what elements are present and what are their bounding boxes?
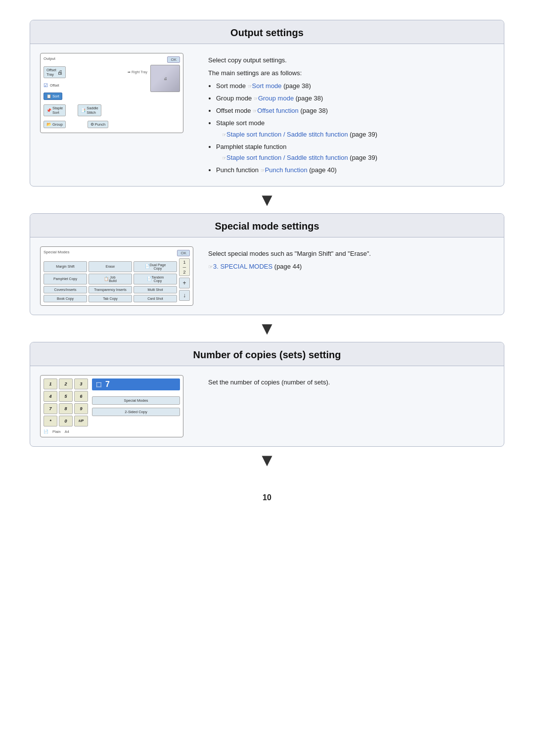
key-5[interactable]: 5 bbox=[59, 391, 73, 402]
spm-minus-btn[interactable]: ↓ bbox=[179, 290, 190, 301]
numpad: 1 2 3 4 5 6 7 8 9 * 0 #/ bbox=[44, 378, 88, 434]
key-hash-p[interactable]: #/P bbox=[74, 416, 88, 426]
num-paper-info: 📄 Plain A4 bbox=[44, 429, 88, 434]
num-copies-desc-text: Set the number of copies (number of sets… bbox=[208, 377, 494, 388]
link-sort-mode[interactable]: Sort mode bbox=[252, 82, 282, 90]
spm-tab-copy[interactable]: Tab Copy bbox=[89, 295, 132, 302]
output-row-group: 📂 Group ⚙ Punch bbox=[44, 121, 147, 128]
printer-image: 🖨 bbox=[150, 65, 180, 92]
spm-multi-shot[interactable]: Multi Shot bbox=[134, 286, 177, 293]
spm-ok-button[interactable]: OK bbox=[177, 250, 190, 256]
key-9[interactable]: 9 bbox=[74, 403, 88, 414]
output-screen-area: Output OK OffsetTray 🖨 ➡ Right Tray bbox=[40, 53, 193, 177]
output-row-offset-tray: OffsetTray 🖨 ➡ Right Tray bbox=[44, 66, 147, 78]
key-0[interactable]: 0 bbox=[59, 416, 73, 426]
key-star[interactable]: * bbox=[44, 416, 57, 426]
spm-desc-page: (page 44) bbox=[274, 263, 302, 270]
page-number: 10 bbox=[263, 493, 271, 502]
spm-transparency-inserts[interactable]: Transparency Inserts bbox=[89, 286, 132, 293]
num-copies-description: Set the number of copies (number of sets… bbox=[208, 375, 494, 437]
key-4[interactable]: 4 bbox=[44, 391, 57, 402]
special-mode-description: Select special modes such as "Margin Shi… bbox=[208, 246, 494, 306]
output-row-staple: 📌 StapleSort 📑 SaddleStitch bbox=[44, 104, 147, 116]
output-bullets: Sort mode ☞Sort mode (page 38) Group mod… bbox=[216, 81, 494, 176]
key-8[interactable]: 8 bbox=[59, 403, 73, 414]
spm-dual-page-copy[interactable]: 📄 Dual PageCopy bbox=[134, 261, 177, 272]
special-mode-section: Special mode settings Special Modes OK M… bbox=[30, 213, 504, 315]
output-desc-intro1: Select copy output settings. bbox=[208, 55, 494, 66]
special-mode-title: Special mode settings bbox=[30, 214, 504, 237]
spm-tandem-copy[interactable]: 📄 TandemCopy bbox=[134, 274, 177, 284]
output-desc-intro2: The main settings are as follows: bbox=[208, 68, 494, 79]
numpad-grid: 1 2 3 4 5 6 7 8 9 * 0 #/ bbox=[44, 378, 88, 426]
bullet-punch: Punch function ☞Punch function (page 40) bbox=[216, 165, 494, 176]
staple-sort-btn[interactable]: 📌 StapleSort bbox=[44, 104, 66, 116]
paper-type: Plain bbox=[52, 429, 61, 434]
output-row-sort: 📋 Sort bbox=[44, 93, 147, 100]
sort-btn[interactable]: 📋 Sort bbox=[44, 93, 62, 100]
spm-label: Special Modes bbox=[44, 250, 69, 256]
num-copies-body: 1 2 3 4 5 6 7 8 9 * 0 #/ bbox=[30, 366, 504, 446]
num-copies-title: Number of copies (sets) setting bbox=[30, 342, 504, 366]
bullet-group: Group mode ☞Group mode (page 38) bbox=[216, 93, 494, 104]
spm-erase[interactable]: Erase bbox=[89, 261, 132, 272]
output-settings-body: Output OK OffsetTray 🖨 ➡ Right Tray bbox=[30, 44, 504, 186]
output-mockup: Output OK OffsetTray 🖨 ➡ Right Tray bbox=[40, 53, 183, 133]
spm-book-copy[interactable]: Book Copy bbox=[44, 295, 87, 302]
group-btn[interactable]: 📂 Group bbox=[44, 121, 66, 128]
link-punch-function[interactable]: Punch function bbox=[265, 166, 308, 174]
punch-btn[interactable]: ⚙ Punch bbox=[88, 121, 108, 128]
output-ok-button[interactable]: OK bbox=[167, 56, 180, 63]
offset-check: ☑ bbox=[44, 83, 48, 88]
bullet-staple-sort: Staple sort mode ☞Staple sort function /… bbox=[216, 118, 494, 140]
offset-tray-btn[interactable]: OffsetTray 🖨 bbox=[44, 66, 66, 78]
arrow-2: ▼ bbox=[258, 315, 276, 342]
bullet-sort: Sort mode ☞Sort mode (page 38) bbox=[216, 81, 494, 92]
paper-size: A4 bbox=[65, 429, 69, 434]
output-topbar: Output OK bbox=[44, 56, 180, 63]
special-mode-screen-area: Special Modes OK Margin Shift Erase 📄 Du… bbox=[40, 246, 193, 306]
key-6[interactable]: 6 bbox=[74, 391, 88, 402]
spm-pamphlet-copy[interactable]: Pamphlet Copy bbox=[44, 274, 87, 284]
link-special-modes[interactable]: 3. SPECIAL MODES bbox=[213, 263, 272, 270]
arrow-1: ▼ bbox=[258, 187, 276, 213]
spm-card-shot[interactable]: Card Shot bbox=[134, 295, 177, 302]
link-group-mode[interactable]: Group mode bbox=[258, 94, 294, 102]
num-copies-mockup: 1 2 3 4 5 6 7 8 9 * 0 #/ bbox=[40, 375, 183, 437]
arrow-3: ▼ bbox=[258, 447, 276, 473]
page-container: Output settings Output OK OffsetTray bbox=[30, 20, 504, 502]
special-mode-mockup: Special Modes OK Margin Shift Erase 📄 Du… bbox=[40, 246, 193, 306]
spm-desc-intro: Select special modes such as "Margin Shi… bbox=[208, 248, 494, 259]
spm-desc-link-row: ☞3. SPECIAL MODES (page 44) bbox=[208, 261, 494, 272]
spm-plus-btn[interactable]: + bbox=[179, 278, 190, 288]
copy-count-value: 7 bbox=[105, 380, 110, 389]
num-copies-section: Number of copies (sets) setting 1 2 3 4 bbox=[30, 342, 504, 447]
special-modes-side-btn[interactable]: Special Modes bbox=[92, 396, 180, 405]
spm-fraction-display: 1─2 bbox=[179, 258, 190, 276]
two-sided-copy-btn[interactable]: 2-Sided Copy bbox=[92, 408, 180, 416]
output-settings-title: Output settings bbox=[30, 20, 504, 44]
link-offset-function[interactable]: Offset function bbox=[257, 107, 299, 114]
link-staple-sort-1[interactable]: Staple sort function / Saddle stitch fun… bbox=[226, 131, 348, 138]
output-label: Output bbox=[44, 56, 55, 63]
output-row-offset: ☑ Offset bbox=[44, 83, 147, 88]
link-staple-sort-2[interactable]: Staple sort function / Saddle stitch fun… bbox=[226, 154, 348, 161]
key-1[interactable]: 1 bbox=[44, 378, 57, 389]
saddle-stitch-btn[interactable]: 📑 SaddleStitch bbox=[78, 104, 101, 116]
special-mode-body: Special Modes OK Margin Shift Erase 📄 Du… bbox=[30, 237, 504, 315]
spm-covers-inserts[interactable]: Covers/Inserts bbox=[44, 286, 87, 293]
bullet-pamphlet: Pamphlet staple function ☞Staple sort fu… bbox=[216, 142, 494, 163]
spm-buttons-grid: Margin Shift Erase 📄 Dual PageCopy Pamph… bbox=[44, 261, 177, 302]
spm-job-build[interactable]: 📋 JobBuild bbox=[89, 274, 132, 284]
spm-topbar: Special Modes OK bbox=[44, 250, 190, 256]
key-3[interactable]: 3 bbox=[74, 378, 88, 389]
spm-margin-shift[interactable]: Margin Shift bbox=[44, 261, 87, 272]
num-copies-screen-area: 1 2 3 4 5 6 7 8 9 * 0 #/ bbox=[40, 375, 193, 437]
key-2[interactable]: 2 bbox=[59, 378, 73, 389]
key-7[interactable]: 7 bbox=[44, 403, 57, 414]
bullet-offset: Offset mode ☞Offset function (page 38) bbox=[216, 105, 494, 116]
output-settings-section: Output settings Output OK OffsetTray bbox=[30, 20, 504, 187]
offset-label: Offset bbox=[50, 84, 59, 87]
output-description: Select copy output settings. The main se… bbox=[208, 53, 494, 177]
copy-count-display: ⬚ 7 bbox=[92, 378, 180, 390]
